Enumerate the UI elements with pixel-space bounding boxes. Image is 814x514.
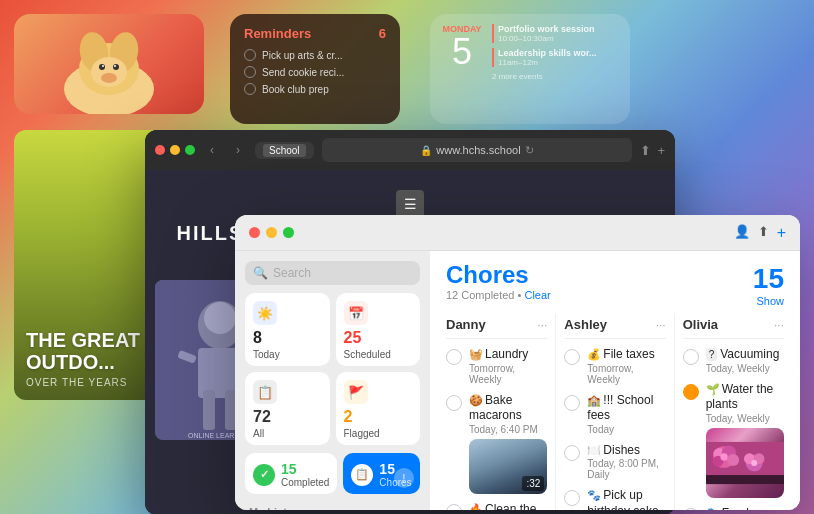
reminders-count-area: 15 Show: [753, 263, 784, 307]
smart-list-flagged[interactable]: 🚩 2 Flagged: [336, 372, 421, 445]
svg-rect-30: [706, 475, 784, 484]
danny-col-name: Danny: [446, 317, 486, 332]
search-icon: 🔍: [253, 266, 268, 280]
calendar-date: MONDAY 5: [442, 24, 482, 114]
all-icon: 📋: [253, 380, 277, 404]
danny-col-menu[interactable]: ···: [537, 318, 547, 332]
safari-maximize-button[interactable]: [185, 145, 195, 155]
safari-window-controls: [155, 145, 195, 155]
completed-label: Completed: [281, 477, 329, 488]
reminder-circle-3: [244, 83, 256, 95]
olivia-col-menu[interactable]: ···: [774, 318, 784, 332]
scheduled-label: Scheduled: [344, 349, 413, 360]
smart-list-chores-active[interactable]: 📋 15 Chores !: [343, 453, 420, 494]
safari-url: www.hchs.school: [436, 144, 520, 156]
widget-reminders: Reminders 6 Pick up arts & cr... Send co…: [230, 14, 400, 124]
reminder-circle-1: [244, 49, 256, 61]
chores-badge: !: [394, 468, 414, 488]
chores-icon: 📋: [351, 464, 373, 486]
reminders-maximize-button[interactable]: [283, 227, 294, 238]
safari-address-bar[interactable]: 🔒 www.hchs.school ↻: [322, 138, 633, 162]
reminders-body: 🔍 Search ☀️ 8 Today 📅 25 Scheduled: [235, 251, 800, 510]
reminder-item-3: Book club prep: [244, 83, 386, 95]
plants-checkbox[interactable]: [683, 384, 699, 400]
svg-point-5: [99, 64, 105, 70]
widget-calendar: MONDAY 5 Portfolio work session 10:00–10…: [430, 14, 630, 124]
reminders-title-area: Chores 12 Completed • Clear: [446, 263, 551, 301]
completed-count: 15: [281, 461, 329, 477]
calendar-event-2: Leadership skills wor... 11am–12m: [492, 48, 618, 67]
fees-checkbox[interactable]: [564, 395, 580, 411]
task-laundry: 🧺Laundry Tomorrow, Weekly: [446, 343, 547, 389]
column-ashley: Ashley ··· 💰File taxes Tomorrow, Weekly: [555, 313, 673, 510]
ashley-col-menu[interactable]: ···: [656, 318, 666, 332]
svg-point-25: [720, 453, 727, 460]
scheduled-count: 25: [344, 329, 413, 347]
search-placeholder: Search: [273, 266, 311, 280]
reminders-add-icon[interactable]: +: [777, 224, 786, 242]
reminders-smart-lists: ☀️ 8 Today 📅 25 Scheduled 📋 72 All: [235, 293, 430, 445]
reminders-widget-title: Reminders: [244, 26, 311, 41]
reminders-columns: Danny ··· 🧺Laundry Tomorrow, Weekly: [430, 313, 800, 510]
vacuuming-checkbox[interactable]: [683, 349, 699, 365]
calendar-events: Portfolio work session 10:00–10:30am Lea…: [492, 24, 618, 114]
svg-point-13: [204, 302, 236, 334]
olivia-col-name: Olivia: [683, 317, 718, 332]
reminders-minimize-button[interactable]: [266, 227, 277, 238]
task-dishes: 🍽️Dishes Today, 8:00 PM, Daily: [564, 439, 665, 485]
reminders-main-title: Chores: [446, 263, 551, 287]
cake-checkbox[interactable]: [564, 490, 580, 506]
svg-point-8: [102, 65, 104, 67]
column-olivia: Olivia ··· ?Vacuuming Today, Weekly: [674, 313, 792, 510]
flagged-label: Flagged: [344, 428, 413, 439]
reminders-share-icon[interactable]: ⬆: [758, 224, 769, 242]
reminders-search[interactable]: 🔍 Search: [245, 261, 420, 285]
reminders-sidebar: 🔍 Search ☀️ 8 Today 📅 25 Scheduled: [235, 251, 430, 510]
safari-bookmark-icon[interactable]: +: [657, 143, 665, 158]
safari-active-tab[interactable]: School: [263, 144, 306, 157]
ashley-col-header: Ashley ···: [564, 313, 665, 339]
reminders-close-button[interactable]: [249, 227, 260, 238]
reminder-text-3: Book club prep: [262, 84, 329, 95]
safari-menu-icon[interactable]: ☰: [396, 190, 424, 218]
task-clean-grill: 🔥Clean the grill: [446, 498, 547, 510]
bake-checkbox[interactable]: [446, 395, 462, 411]
reminder-item-2: Send cookie reci...: [244, 66, 386, 78]
all-count: 72: [253, 408, 322, 426]
smart-list-all[interactable]: 📋 72 All: [245, 372, 330, 445]
svg-point-7: [101, 73, 117, 83]
safari-forward-button[interactable]: ›: [229, 141, 247, 159]
calendar-day-number: 5: [452, 34, 472, 70]
dishes-checkbox[interactable]: [564, 445, 580, 461]
smart-list-completed[interactable]: ✓ 15 Completed: [245, 453, 337, 494]
my-lists-section-title: My Lists: [235, 502, 430, 510]
safari-close-button[interactable]: [155, 145, 165, 155]
scheduled-icon: 📅: [344, 301, 368, 325]
taxes-checkbox[interactable]: [564, 349, 580, 365]
sparky-checkbox[interactable]: [683, 508, 699, 510]
task-vacuuming: ?Vacuuming Today, Weekly: [683, 343, 784, 378]
safari-minimize-button[interactable]: [170, 145, 180, 155]
task-feed-sparky: 🐾Feed Sparky Today, 5:00 PM, Daily: [683, 502, 784, 510]
smart-list-today[interactable]: ☀️ 8 Today: [245, 293, 330, 366]
completed-icon: ✓: [253, 464, 275, 486]
reminders-clear-link[interactable]: Clear: [524, 289, 550, 301]
task-water-plants: 🌱Water the plants Today, Weekly: [683, 378, 784, 502]
reminders-show-button[interactable]: Show: [753, 295, 784, 307]
svg-rect-14: [203, 390, 215, 430]
task-birthday-cake: 🐾Pick up birthday cake for Sparky: [564, 484, 665, 510]
flagged-count: 2: [344, 408, 413, 426]
smart-list-scheduled[interactable]: 📅 25 Scheduled: [336, 293, 421, 366]
grill-checkbox[interactable]: [446, 504, 462, 510]
svg-point-23: [727, 454, 739, 466]
safari-back-button[interactable]: ‹: [203, 141, 221, 159]
reminders-person-icon[interactable]: 👤: [734, 224, 750, 242]
safari-toolbar: ‹ › School 🔒 www.hchs.school ↻ ⬆ +: [145, 130, 675, 170]
laundry-checkbox[interactable]: [446, 349, 462, 365]
reminder-item-1: Pick up arts & cr...: [244, 49, 386, 61]
reminders-toolbar-icons: 👤 ⬆ +: [734, 224, 786, 242]
reminders-main-count: 15: [753, 263, 784, 295]
today-label: Today: [253, 349, 322, 360]
safari-share-icon[interactable]: ⬆: [640, 143, 651, 158]
flagged-icon: 🚩: [344, 380, 368, 404]
